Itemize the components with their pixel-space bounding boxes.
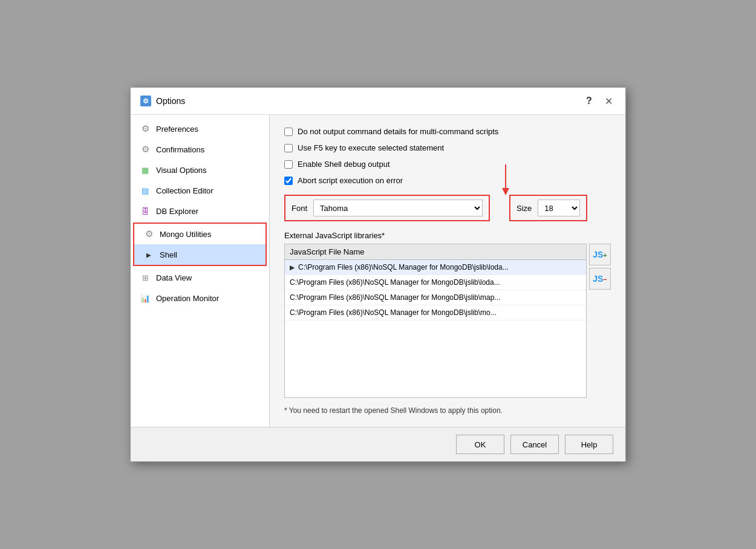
dialog-footer: OK Cancel Help — [131, 427, 625, 461]
dialog-body: ⚙ Preferences ⚙ Confirmations ▦ Visual O… — [131, 115, 625, 427]
title-bar: ⚙ Options ? ✕ — [131, 88, 625, 115]
grid-icon: ▦ — [139, 164, 151, 176]
restart-note: * You need to restart the opened Shell W… — [284, 406, 611, 415]
content-panel: Do not output command details for multi-… — [270, 115, 625, 427]
db-icon: 🗄 — [139, 205, 151, 217]
js-remove-icon: JS− — [593, 274, 607, 284]
size-label: Size — [516, 204, 532, 213]
table-row[interactable]: C:\Program Files (x86)\NoSQL Manager for… — [285, 275, 586, 290]
js-table: JavaScript File Name ▶ C:\Program Files … — [284, 244, 587, 398]
cancel-button[interactable]: Cancel — [510, 435, 559, 454]
table-row[interactable]: ▶ C:\Program Files (x86)\NoSQL Manager f… — [285, 260, 586, 275]
table-icon: ▤ — [139, 184, 151, 197]
gear-icon: ⚙ — [139, 123, 151, 135]
js-libraries-label: External JavaScript libraries* — [284, 231, 611, 240]
checkbox-label-2: Use F5 key to execute selected statement — [298, 143, 444, 152]
options-dialog: ⚙ Options ? ✕ ⚙ Preferences ⚙ Confirmati… — [130, 87, 626, 462]
table-row[interactable]: C:\Program Files (x86)\NoSQL Manager for… — [285, 305, 586, 320]
size-box: Size 8 9 10 11 12 14 16 18 20 24 — [509, 195, 587, 221]
sidebar-label-operation-monitor: Operation Monitor — [156, 294, 219, 303]
sidebar-label-shell: Shell — [160, 250, 177, 259]
opmon-icon: 📊 — [139, 292, 151, 304]
font-size-area: Font Tahoma Arial Consolas Courier New T… — [284, 195, 611, 221]
checkbox-row-2: Use F5 key to execute selected statement — [284, 143, 611, 152]
js-buttons: JS+ JS− — [589, 244, 611, 398]
sidebar-label-mongo-utilities: Mongo Utilities — [160, 230, 211, 239]
sidebar-item-mongo-utilities[interactable]: ⚙ Mongo Utilities — [134, 224, 266, 244]
close-button[interactable]: ✕ — [601, 94, 616, 108]
sidebar-item-data-view[interactable]: ⊞ Data View — [131, 267, 269, 288]
sidebar-item-shell[interactable]: ▶ Shell — [134, 244, 266, 265]
js-file-2: C:\Program Files (x86)\NoSQL Manager for… — [290, 278, 500, 287]
js-table-container: JavaScript File Name ▶ C:\Program Files … — [284, 244, 611, 398]
checkbox-row-4: Abort script execution on error — [284, 176, 611, 185]
sidebar-label-data-view: Data View — [156, 273, 192, 282]
checkbox-label-3: Enable Shell debug output — [298, 160, 390, 169]
sidebar-item-collection-editor[interactable]: ▤ Collection Editor — [131, 180, 269, 201]
table-empty-space — [285, 320, 586, 369]
checkbox-label-1: Do not output command details for multi-… — [298, 127, 498, 136]
shell-icon: ▶ — [143, 249, 155, 261]
checkbox-shell-debug[interactable] — [284, 160, 293, 169]
js-file-1: C:\Program Files (x86)\NoSQL Manager for… — [298, 263, 509, 271]
help-icon-btn[interactable]: ? — [582, 94, 596, 108]
js-table-header: JavaScript File Name — [285, 244, 586, 260]
sidebar-item-visual-options[interactable]: ▦ Visual Options — [131, 160, 269, 180]
sidebar-item-db-explorer[interactable]: 🗄 DB Explorer — [131, 201, 269, 221]
sidebar-label-preferences: Preferences — [156, 125, 198, 134]
js-add-icon: JS+ — [593, 250, 607, 259]
sidebar-item-confirmations[interactable]: ⚙ Confirmations — [131, 139, 269, 160]
dataview-icon: ⊞ — [139, 271, 151, 284]
sidebar-label-db-explorer: DB Explorer — [156, 207, 198, 216]
sidebar-red-box-group: ⚙ Mongo Utilities ▶ Shell — [133, 223, 267, 266]
title-bar-left: ⚙ Options — [140, 96, 185, 106]
help-button[interactable]: Help — [565, 435, 613, 454]
sidebar-item-operation-monitor[interactable]: 📊 Operation Monitor — [131, 288, 269, 308]
remove-js-library-button[interactable]: JS− — [589, 268, 611, 290]
gear-icon-confirmations: ⚙ — [139, 143, 151, 155]
table-row[interactable]: C:\Program Files (x86)\NoSQL Manager for… — [285, 290, 586, 305]
row-arrow-icon: ▶ — [290, 264, 295, 271]
title-bar-controls: ? ✕ — [582, 94, 616, 108]
checkbox-row-1: Do not output command details for multi-… — [284, 127, 611, 136]
dialog-icon: ⚙ — [140, 96, 151, 106]
js-file-3: C:\Program Files (x86)\NoSQL Manager for… — [290, 293, 500, 302]
checkbox-label-4: Abort script execution on error — [298, 176, 403, 185]
dialog-title: Options — [156, 96, 185, 106]
sidebar-label-confirmations: Confirmations — [156, 145, 204, 154]
size-select[interactable]: 8 9 10 11 12 14 16 18 20 24 — [538, 200, 580, 216]
font-select[interactable]: Tahoma Arial Consolas Courier New Times … — [313, 200, 483, 216]
js-file-4: C:\Program Files (x86)\NoSQL Manager for… — [290, 308, 497, 317]
sidebar-label-visual-options: Visual Options — [156, 166, 207, 175]
sidebar-item-preferences[interactable]: ⚙ Preferences — [131, 119, 269, 139]
ok-button[interactable]: OK — [456, 435, 504, 454]
add-js-library-button[interactable]: JS+ — [589, 244, 611, 265]
mongo-icon: ⚙ — [143, 228, 155, 240]
checkbox-no-output[interactable] — [284, 128, 293, 136]
checkbox-row-3: Enable Shell debug output — [284, 160, 611, 169]
font-box: Font Tahoma Arial Consolas Courier New T… — [284, 195, 490, 221]
checkbox-f5-key[interactable] — [284, 144, 293, 152]
sidebar: ⚙ Preferences ⚙ Confirmations ▦ Visual O… — [131, 115, 270, 427]
font-label: Font — [292, 204, 307, 213]
sidebar-label-collection-editor: Collection Editor — [156, 186, 213, 195]
checkbox-abort-script[interactable] — [284, 177, 293, 185]
